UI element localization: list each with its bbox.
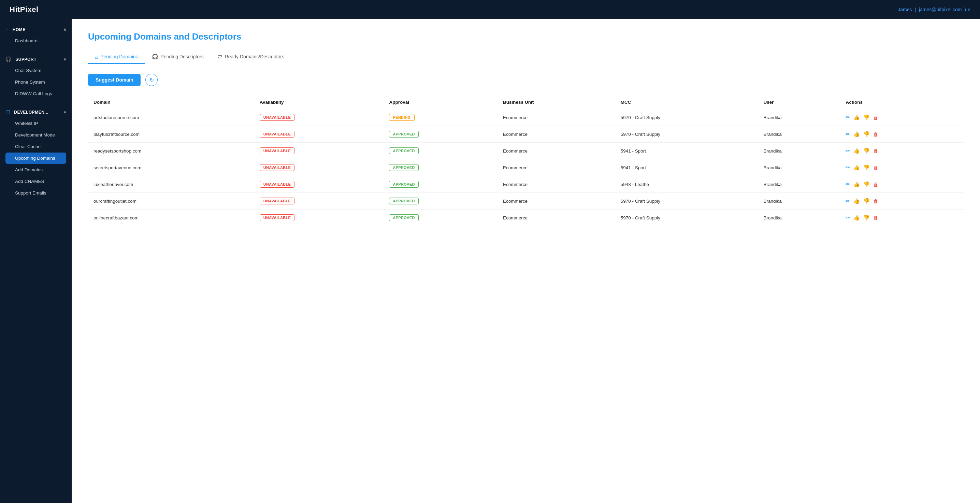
- cell-actions-6: ✏ 👍 👎 🗑: [840, 210, 964, 226]
- actions-group-5: ✏ 👍 👎 🗑: [846, 198, 958, 204]
- edit-icon-5[interactable]: ✏: [846, 198, 850, 204]
- user-menu[interactable]: James ( james@hitpixel.com ) ∨: [898, 7, 970, 12]
- sidebar-item-chat-system[interactable]: Chat System: [5, 65, 66, 76]
- tab-pending-descriptors-label: Pending Descriptors: [161, 54, 204, 59]
- user-separator-close: ): [963, 7, 966, 12]
- cell-user-3: Brandika: [758, 159, 840, 176]
- table-row: artstudioresource.com UNAVAILABLE PENDIN…: [88, 109, 964, 126]
- domains-table: Domain Availability Approval Business Un…: [88, 96, 964, 226]
- logo[interactable]: HitPixel: [10, 5, 38, 14]
- badge-approval-2: APPROVED: [389, 147, 418, 154]
- col-approval: Approval: [383, 96, 498, 109]
- delete-icon-4[interactable]: 🗑: [873, 181, 878, 187]
- badge-approval-5: APPROVED: [389, 197, 418, 204]
- tab-pending-domains[interactable]: ⌂ Pending Domains: [88, 51, 145, 64]
- home-chevron: ∧: [64, 27, 67, 32]
- actions-group-0: ✏ 👍 👎 🗑: [846, 114, 958, 121]
- cell-availability-2: UNAVAILABLE: [254, 143, 384, 159]
- cell-domain-4: luxleatherlover.com: [88, 176, 254, 193]
- badge-unavailable-2: UNAVAILABLE: [260, 147, 295, 154]
- refresh-button[interactable]: ↻: [145, 74, 158, 86]
- reject-icon-4[interactable]: 👎: [863, 181, 870, 187]
- support-chevron: ∧: [64, 57, 67, 61]
- delete-icon-2[interactable]: 🗑: [873, 148, 878, 154]
- delete-icon-3[interactable]: 🗑: [873, 165, 878, 170]
- sidebar-section-header-development[interactable]: ⬚ DEVELOPMEN... ∧: [5, 107, 66, 118]
- cell-mcc-2: 5941 - Sport: [615, 143, 758, 159]
- cell-domain-3: secretsportavenue.com: [88, 159, 254, 176]
- badge-approval-6: APPROVED: [389, 214, 418, 221]
- badge-unavailable-3: UNAVAILABLE: [260, 164, 295, 171]
- col-actions: Actions: [840, 96, 964, 109]
- cell-approval-2: APPROVED: [383, 143, 498, 159]
- table-row: readysetsportshop.com UNAVAILABLE APPROV…: [88, 143, 964, 159]
- sidebar-section-home-label: HOME: [13, 27, 25, 32]
- tab-pending-domains-label: Pending Domains: [100, 54, 138, 59]
- tab-pending-descriptors[interactable]: 🎧 Pending Descriptors: [145, 50, 210, 64]
- sidebar-item-upcoming-domains[interactable]: Upcoming Domains: [5, 153, 66, 164]
- sidebar-item-support-emails[interactable]: Support Emails: [5, 187, 66, 199]
- delete-icon-0[interactable]: 🗑: [873, 115, 878, 121]
- delete-icon-6[interactable]: 🗑: [873, 215, 878, 221]
- actions-group-6: ✏ 👍 👎 🗑: [846, 215, 958, 221]
- home-icon: ⌂: [5, 27, 8, 32]
- pending-descriptors-icon: 🎧: [152, 54, 158, 60]
- sidebar-item-didww-call-logs[interactable]: DIDWW Call Logs: [5, 88, 66, 99]
- cell-domain-6: onlinecraftbazaar.com: [88, 210, 254, 226]
- edit-icon-1[interactable]: ✏: [846, 131, 850, 137]
- sidebar-item-dashboard[interactable]: Dashboard: [5, 35, 66, 46]
- reject-icon-3[interactable]: 👎: [863, 164, 870, 170]
- reject-icon-5[interactable]: 👎: [863, 198, 870, 204]
- sidebar-section-development-label: DEVELOPMEN...: [14, 110, 48, 115]
- cell-mcc-4: 5948 - Leathe: [615, 176, 758, 193]
- edit-icon-6[interactable]: ✏: [846, 215, 850, 221]
- delete-icon-1[interactable]: 🗑: [873, 131, 878, 137]
- sidebar-section-header-support[interactable]: 🎧 SUPPORT ∧: [5, 54, 66, 65]
- approve-icon-5[interactable]: 👍: [853, 198, 860, 204]
- table-row: onlinecraftbazaar.com UNAVAILABLE APPROV…: [88, 210, 964, 226]
- cell-mcc-5: 5970 - Craft Supply: [615, 193, 758, 210]
- sidebar-section-support-label: SUPPORT: [15, 57, 37, 62]
- edit-icon-2[interactable]: ✏: [846, 148, 850, 154]
- cell-user-1: Brandika: [758, 126, 840, 143]
- cell-business-unit-5: Ecommerce: [498, 193, 615, 210]
- suggest-domain-button[interactable]: Suggest Domain: [88, 74, 141, 86]
- reject-icon-6[interactable]: 👎: [863, 215, 870, 221]
- tab-ready-domains[interactable]: 🛡 Ready Domains/Descriptors: [210, 51, 291, 64]
- badge-approval-0: PENDING: [389, 114, 414, 121]
- sidebar-section-header-home[interactable]: ⌂ HOME ∧: [5, 24, 66, 35]
- edit-icon-4[interactable]: ✏: [846, 181, 850, 187]
- edit-icon-0[interactable]: ✏: [846, 114, 850, 121]
- approve-icon-0[interactable]: 👍: [853, 114, 860, 121]
- sidebar-item-phone-system[interactable]: Phone System: [5, 76, 66, 88]
- sidebar-item-add-domains[interactable]: Add Domains: [5, 164, 66, 175]
- actions-group-1: ✏ 👍 👎 🗑: [846, 131, 958, 137]
- cell-actions-0: ✏ 👍 👎 🗑: [840, 109, 964, 126]
- sidebar-section-home: ⌂ HOME ∧ Dashboard: [0, 19, 72, 49]
- reject-icon-2[interactable]: 👎: [863, 148, 870, 154]
- cell-user-0: Brandika: [758, 109, 840, 126]
- cell-user-4: Brandika: [758, 176, 840, 193]
- delete-icon-5[interactable]: 🗑: [873, 198, 878, 204]
- sidebar-item-clear-cache[interactable]: Clear Cache: [5, 141, 66, 152]
- sidebar-item-development-mode[interactable]: Development Mode: [5, 129, 66, 141]
- approve-icon-6[interactable]: 👍: [853, 215, 860, 221]
- approve-icon-1[interactable]: 👍: [853, 131, 860, 137]
- sidebar-item-whitelist-ip[interactable]: Whitelist IP: [5, 118, 66, 129]
- sidebar-section-development: ⬚ DEVELOPMEN... ∧ Whitelist IP Developme…: [0, 102, 72, 201]
- table-row: secretsportavenue.com UNAVAILABLE APPROV…: [88, 159, 964, 176]
- support-icon: 🎧: [5, 56, 11, 62]
- reject-icon-1[interactable]: 👎: [863, 131, 870, 137]
- cell-actions-1: ✏ 👍 👎 🗑: [840, 126, 964, 143]
- reject-icon-0[interactable]: 👎: [863, 114, 870, 121]
- approve-icon-3[interactable]: 👍: [853, 164, 860, 170]
- col-business-unit: Business Unit: [498, 96, 615, 109]
- approve-icon-4[interactable]: 👍: [853, 181, 860, 187]
- edit-icon-3[interactable]: ✏: [846, 164, 850, 170]
- badge-approval-4: APPROVED: [389, 181, 418, 188]
- approve-icon-2[interactable]: 👍: [853, 148, 860, 154]
- badge-unavailable-5: UNAVAILABLE: [260, 197, 295, 204]
- cell-mcc-3: 5941 - Sport: [615, 159, 758, 176]
- sidebar-item-add-cnames[interactable]: Add CNAMES: [5, 176, 66, 187]
- cell-mcc-1: 5970 - Craft Supply: [615, 126, 758, 143]
